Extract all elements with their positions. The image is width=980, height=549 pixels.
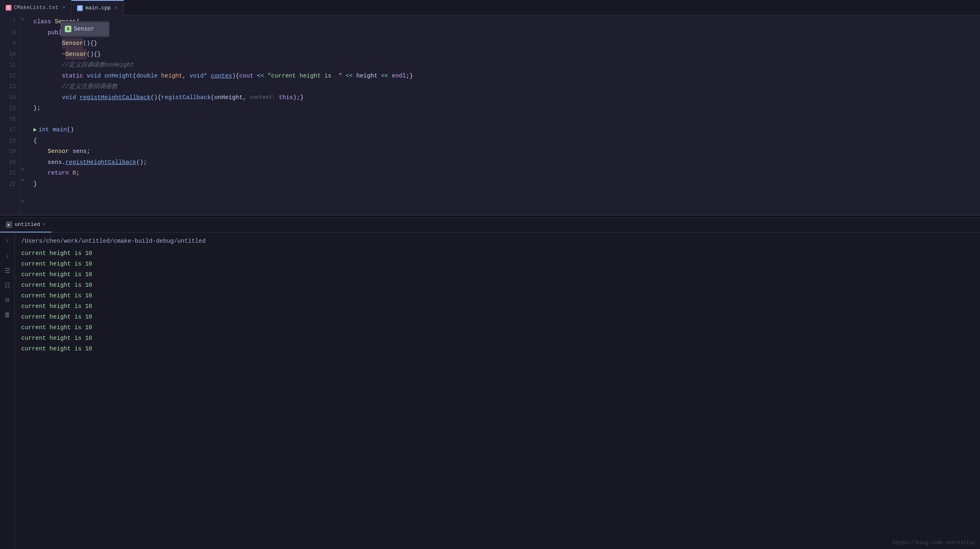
- watermark: https://blog.csdn.net/kittyc: [893, 540, 975, 546]
- line-number-gutter: 7 8 9 10 11 12 13 14 15 16 17 18 19 20 2…: [0, 15, 20, 215]
- output-line-7: current height is 10: [21, 312, 973, 322]
- scroll-up-button[interactable]: ↑: [2, 236, 13, 247]
- line-17: 17: [0, 124, 16, 135]
- tab-cmake-label: CMakeLists.txt: [14, 4, 58, 11]
- output-line-10: current height is 10: [21, 343, 973, 354]
- line-14: 14: [0, 92, 16, 103]
- autocomplete-popup[interactable]: S Sensor: [60, 21, 109, 37]
- code-line-11: //定义回调函数onHeight: [33, 60, 980, 71]
- fold-arrow-22[interactable]: ▼: [21, 199, 24, 204]
- tab-main[interactable]: C main.cpp ×: [71, 0, 124, 15]
- tab-main-label: main.cpp: [85, 5, 110, 11]
- code-line-12: static void onHeight(double height, void…: [33, 71, 980, 82]
- run-panel-main: ↑ ↓ ☰ ☷ ⊟ 🗑 /Users/chen/work/untitled/cm…: [0, 232, 980, 549]
- run-tab-close[interactable]: ×: [42, 222, 45, 228]
- output-line-9: current height is 10: [21, 333, 973, 343]
- line-10: 10: [0, 49, 16, 60]
- run-tab-bar: ▶ untitled ×: [0, 218, 980, 232]
- code-line-16: [33, 114, 980, 125]
- code-line-18: {: [33, 135, 980, 146]
- tab-bar: C CMakeLists.txt × C main.cpp ×: [0, 0, 980, 15]
- print-button[interactable]: ⊟: [2, 294, 13, 306]
- line-13: 13: [0, 81, 16, 92]
- line-15: 15: [0, 103, 16, 114]
- output-line-8: current height is 10: [21, 322, 973, 333]
- output-line-1: current height is 10: [21, 248, 973, 259]
- output-line-3: current height is 10: [21, 269, 973, 280]
- fold-arrow-7[interactable]: ▼: [21, 17, 24, 22]
- run-sidebar: ↑ ↓ ☰ ☷ ⊟ 🗑: [0, 232, 15, 549]
- run-gutter-icon[interactable]: ▶: [33, 124, 37, 135]
- tab-main-close[interactable]: ×: [115, 5, 118, 11]
- code-line-9: Sensor(){}: [33, 38, 980, 49]
- line-18: 18: [0, 135, 16, 146]
- filter-button[interactable]: ☰: [2, 265, 13, 277]
- fold-column: ▼ ▼ ▼ ▼: [20, 15, 27, 215]
- code-line-14: void registHeightCallback(){registCallba…: [33, 92, 980, 103]
- code-line-8: public:: [33, 27, 980, 38]
- line-7: 7: [0, 16, 16, 27]
- fold-arrow-15[interactable]: ▼: [21, 167, 24, 172]
- line-11: 11: [0, 60, 16, 71]
- line-20: 20: [0, 157, 16, 168]
- code-line-20: sens.registHeightCallback();: [33, 157, 980, 168]
- cpp-icon: C: [77, 5, 83, 11]
- output-line-5: current height is 10: [21, 290, 973, 301]
- output-line-4: current height is 10: [21, 280, 973, 290]
- line-9: 9: [0, 38, 16, 49]
- clear-button[interactable]: 🗑: [2, 309, 13, 321]
- autocomplete-label: Sensor: [74, 24, 94, 35]
- editor-area: 7 8 9 10 11 12 13 14 15 16 17 18 19 20 2…: [0, 15, 980, 215]
- scroll-down-button[interactable]: ↓: [2, 250, 13, 262]
- code-line-17: ▶ int main(): [33, 124, 980, 135]
- line-8: 8: [0, 27, 16, 38]
- output-line-6: current height is 10: [21, 301, 973, 312]
- cmake-icon: C: [6, 5, 11, 11]
- output-line-2: current height is 10: [21, 259, 973, 269]
- line-21: 21: [0, 168, 16, 179]
- fold-arrow-17[interactable]: ▼: [21, 178, 24, 183]
- run-panel: ▶ untitled × ↑ ↓ ☰ ☷ ⊟ 🗑 /Users/chen/wor…: [0, 218, 980, 549]
- code-line-15: };: [33, 103, 980, 114]
- line-16: 16: [0, 114, 16, 125]
- code-line-13: //定义注册回调函数: [33, 81, 980, 92]
- code-line-19: Sensor sens;: [33, 146, 980, 157]
- line-19: 19: [0, 146, 16, 157]
- code-line-7: class Sensor{: [33, 16, 980, 27]
- run-path: /Users/chen/work/untitled/cmake-build-de…: [21, 236, 973, 246]
- run-tab-untitled[interactable]: ▶ untitled ×: [0, 218, 51, 232]
- run-output: /Users/chen/work/untitled/cmake-build-de…: [15, 232, 980, 549]
- run-tab-icon: ▶: [6, 221, 12, 228]
- tab-cmake-close[interactable]: ×: [62, 5, 65, 11]
- code-editor[interactable]: class Sensor{ public: Sensor(){} ~Sensor…: [27, 15, 980, 215]
- code-line-22: }: [33, 179, 980, 190]
- code-line-21: return 0;: [33, 168, 980, 179]
- tab-cmake[interactable]: C CMakeLists.txt ×: [0, 0, 71, 15]
- autocomplete-item-sensor[interactable]: S Sensor: [61, 22, 109, 36]
- autocomplete-icon: S: [65, 26, 71, 32]
- wrap-button[interactable]: ☷: [2, 280, 13, 291]
- line-22: 22: [0, 179, 16, 190]
- code-line-10: ~Sensor(){}: [33, 49, 980, 60]
- line-12: 12: [0, 71, 16, 82]
- run-tab-label: untitled: [15, 221, 40, 228]
